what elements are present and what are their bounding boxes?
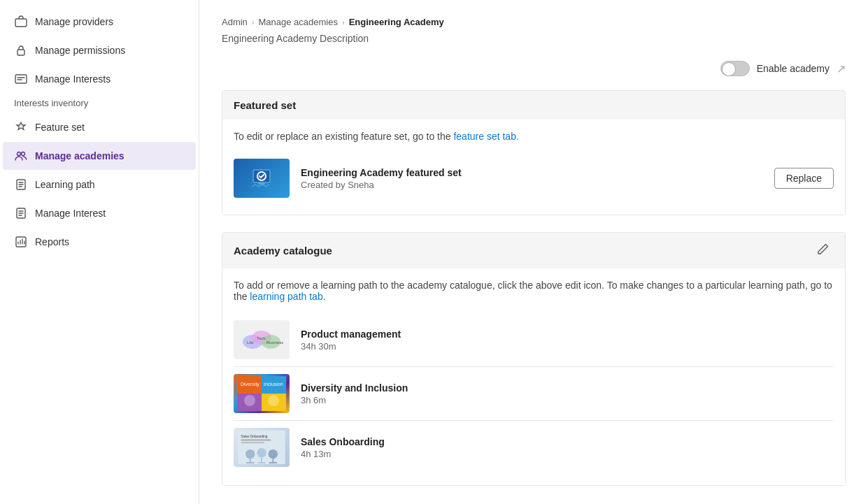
main-content: Admin › Manage academies › Engineering A… xyxy=(199,0,868,504)
catalogue-info-sales: Sales Onboarding 4h 13m xyxy=(301,436,834,459)
svg-rect-0 xyxy=(15,19,27,27)
svg-rect-10 xyxy=(258,182,265,185)
svg-text:Inclusion: Inclusion xyxy=(264,382,283,387)
catalogue-duration-sales: 4h 13m xyxy=(301,449,834,459)
breadcrumb: Admin › Manage academies › Engineering A… xyxy=(222,17,846,27)
catalogue-title-diversity: Diversity and Inclusion xyxy=(301,382,834,394)
featured-set-title: Featured set xyxy=(234,99,296,111)
catalogue-thumb-sales: Sales Onboarding xyxy=(234,428,290,467)
svg-rect-27 xyxy=(241,439,271,440)
catalogue-item-product: Life Tech Business Product management 34… xyxy=(234,313,834,367)
permissions-icon xyxy=(14,43,28,57)
catalogue-duration-product: 34h 30m xyxy=(301,341,834,352)
sidebar-item-feature-set[interactable]: Feature set xyxy=(3,113,196,141)
svg-text:Life: Life xyxy=(247,340,254,345)
enable-academy-toggle[interactable] xyxy=(720,61,750,76)
product-thumb-img: Life Tech Business xyxy=(234,320,290,359)
feature-item-thumb xyxy=(234,159,290,198)
sidebar-label-manage-permissions: Manage permissions xyxy=(35,45,125,56)
toggle-label: Enable academy xyxy=(757,63,830,74)
feature-item: Engineering Academy featured set Created… xyxy=(234,153,834,203)
academy-catalogue-card: Academy catalogue To add or remove a lea… xyxy=(222,232,846,486)
featured-set-card: Featured set To edit or replace an exist… xyxy=(222,90,846,215)
catalogue-duration-diversity: 3h 6m xyxy=(301,395,834,405)
link-icon[interactable]: ↗ xyxy=(837,62,846,75)
svg-point-3 xyxy=(17,152,21,156)
sidebar-label-manage-providers: Manage providers xyxy=(35,16,113,27)
sidebar-item-manage-academies[interactable]: Manage academies xyxy=(3,142,196,170)
page-description: Engineering Academy Description xyxy=(222,33,846,44)
sidebar-item-manage-interests[interactable]: Manage Interests xyxy=(3,65,196,93)
svg-text:Diversity: Diversity xyxy=(241,382,259,387)
sidebar-label-manage-interests: Manage Interests xyxy=(35,73,111,85)
feature-set-icon xyxy=(14,120,28,134)
providers-icon xyxy=(14,15,28,29)
academy-catalogue-edit-button[interactable] xyxy=(813,241,834,260)
diversity-thumb-img: Diversity Inclusion xyxy=(234,374,290,413)
svg-point-24 xyxy=(268,395,279,406)
manage-academies-icon xyxy=(14,149,28,163)
reports-icon xyxy=(14,235,28,249)
sidebar-label-feature-set: Feature set xyxy=(35,122,85,133)
breadcrumb-sep-2: › xyxy=(342,18,345,27)
featured-set-desc: To edit or replace an existing feature s… xyxy=(234,131,834,142)
breadcrumb-admin[interactable]: Admin xyxy=(222,17,248,27)
svg-text:Business: Business xyxy=(266,340,283,345)
breadcrumb-manage-academies[interactable]: Manage academies xyxy=(259,17,338,27)
svg-rect-2 xyxy=(15,75,27,83)
svg-point-23 xyxy=(244,395,255,406)
feature-item-info: Engineering Academy featured set Created… xyxy=(301,167,763,190)
sidebar-item-manage-providers[interactable]: Manage providers xyxy=(3,8,196,36)
featured-set-body: To edit or replace an existing feature s… xyxy=(222,120,845,215)
toggle-row: Enable academy ↗ xyxy=(222,61,846,76)
sidebar-item-manage-permissions[interactable]: Manage permissions xyxy=(3,36,196,64)
sidebar-sub-interests-inventory: Interests inventory xyxy=(3,94,196,113)
engineering-thumb-img xyxy=(234,159,290,198)
academy-catalogue-header: Academy catalogue xyxy=(222,233,845,268)
catalogue-info-product: Product management 34h 30m xyxy=(301,329,834,352)
featured-set-link[interactable]: feature set tab. xyxy=(453,131,518,142)
feature-item-title: Engineering Academy featured set xyxy=(301,167,763,178)
svg-rect-1 xyxy=(17,50,24,55)
svg-point-31 xyxy=(269,449,278,459)
sidebar-item-learning-path[interactable]: Learning path xyxy=(3,171,196,199)
feature-item-subtitle: Created by Sneha xyxy=(301,180,763,190)
academy-catalogue-desc: To add or remove a learning path to the … xyxy=(234,280,834,302)
sales-thumb-img: Sales Onboarding xyxy=(234,428,290,467)
breadcrumb-engineering-academy: Engineering Academy xyxy=(349,17,444,27)
catalogue-title-sales: Sales Onboarding xyxy=(301,436,834,447)
svg-rect-28 xyxy=(241,442,264,443)
catalogue-title-product: Product management xyxy=(301,329,834,340)
catalogue-item-diversity: Diversity Inclusion Diversity and Inclus… xyxy=(234,367,834,421)
breadcrumb-sep-1: › xyxy=(252,18,255,27)
catalogue-info-diversity: Diversity and Inclusion 3h 6m xyxy=(301,382,834,405)
featured-set-desc-text: To edit or replace an existing feature s… xyxy=(234,131,453,142)
manage-interest-icon xyxy=(14,206,28,220)
sidebar-label-manage-academies: Manage academies xyxy=(35,150,124,161)
svg-text:Tech: Tech xyxy=(257,336,266,340)
catalogue-item-sales: Sales Onboarding xyxy=(234,421,834,474)
academy-catalogue-title: Academy catalogue xyxy=(234,245,332,257)
catalogue-thumb-product: Life Tech Business xyxy=(234,320,290,359)
learning-path-icon xyxy=(14,178,28,192)
sidebar: Manage providers Manage permissions Mana… xyxy=(0,0,199,504)
replace-button[interactable]: Replace xyxy=(774,168,834,189)
sidebar-item-manage-interest[interactable]: Manage Interest xyxy=(3,199,196,227)
featured-set-header: Featured set xyxy=(222,91,845,120)
svg-text:Sales Onboarding: Sales Onboarding xyxy=(241,435,268,438)
svg-point-4 xyxy=(22,152,25,156)
sidebar-label-reports: Reports xyxy=(35,236,69,247)
sidebar-label-learning-path: Learning path xyxy=(35,179,95,190)
catalogue-thumb-diversity: Diversity Inclusion xyxy=(234,374,290,413)
catalogue-desc-link[interactable]: learning path tab. xyxy=(250,291,325,302)
svg-point-29 xyxy=(246,449,255,459)
sidebar-label-manage-interest: Manage Interest xyxy=(35,208,106,219)
academy-catalogue-body: To add or remove a learning path to the … xyxy=(222,268,845,485)
interests-icon xyxy=(14,72,28,86)
sidebar-item-reports[interactable]: Reports xyxy=(3,228,196,256)
svg-point-30 xyxy=(257,448,266,457)
